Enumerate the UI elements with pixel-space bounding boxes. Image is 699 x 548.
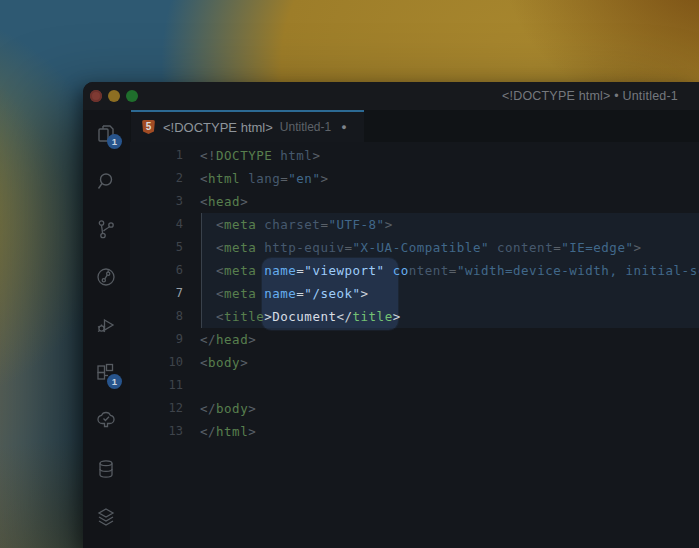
activity-bar: 1 <box>83 110 131 548</box>
code-line[interactable]: 5 <meta http-equiv="X-UA-Compatible" con… <box>130 236 699 259</box>
code-line[interactable]: 8 <title>Document</title> <box>130 305 699 328</box>
tab-label: <!DOCTYPE html> <box>163 120 273 135</box>
line-number: 5 <box>130 236 183 259</box>
code-line[interactable]: 2<html lang="en"> <box>130 167 699 190</box>
line-number: 8 <box>130 305 183 328</box>
code-line[interactable]: 6 <meta name="viewport" content="width=d… <box>130 259 699 282</box>
line-number: 11 <box>130 374 183 397</box>
tab-bar: 5 <!DOCTYPE html> Untitled-1 ● <box>130 110 699 142</box>
explorer-badge: 1 <box>107 134 122 149</box>
minimize-button[interactable] <box>108 90 120 102</box>
code-line[interactable]: 1<!DOCTYPE html> <box>130 144 699 167</box>
line-number: 6 <box>130 259 183 282</box>
code-line[interactable]: 10<body> <box>130 351 699 374</box>
line-number: 7 <box>130 282 183 305</box>
line-number: 2 <box>130 167 183 190</box>
zoom-button[interactable] <box>126 90 138 102</box>
close-button[interactable] <box>90 90 102 102</box>
todo-tree-icon[interactable] <box>94 409 118 433</box>
tab-description: Untitled-1 <box>280 120 331 134</box>
code-line[interactable]: 7 <meta name="/seok"> <box>130 282 699 305</box>
vscode-window: <!DOCTYPE html> • Untitled-1 1 <box>83 82 699 548</box>
line-number: 3 <box>130 190 183 213</box>
line-number: 10 <box>130 351 183 374</box>
tab-untitled-1[interactable]: 5 <!DOCTYPE html> Untitled-1 ● <box>131 110 364 142</box>
window-title: <!DOCTYPE html> • Untitled-1 <box>502 89 678 103</box>
code-line[interactable]: 4 <meta charset="UTF-8"> <box>130 213 699 236</box>
code-line[interactable]: 3<head> <box>130 190 699 213</box>
line-number: 12 <box>130 397 183 420</box>
code-line[interactable]: 9</head> <box>130 328 699 351</box>
code-editor[interactable]: 1<!DOCTYPE html>2<html lang="en">3<head>… <box>130 142 699 548</box>
desktop: <!DOCTYPE html> • Untitled-1 1 <box>0 0 699 548</box>
code-line[interactable]: 12</body> <box>130 397 699 420</box>
html5-icon: 5 <box>142 120 155 134</box>
database-icon[interactable] <box>94 457 118 481</box>
code-line[interactable]: 13</html> <box>130 420 699 443</box>
window-titlebar[interactable]: <!DOCTYPE html> • Untitled-1 <box>83 82 699 110</box>
extensions-badge: 1 <box>107 374 122 389</box>
line-number: 13 <box>130 420 183 443</box>
line-number: 9 <box>130 328 183 351</box>
source-control-icon[interactable] <box>94 217 118 241</box>
line-number: 4 <box>130 213 183 236</box>
layers-icon[interactable] <box>94 505 118 529</box>
git-graph-icon[interactable] <box>94 265 118 289</box>
code-lines: 1<!DOCTYPE html>2<html lang="en">3<head>… <box>130 144 699 443</box>
line-number: 1 <box>130 144 183 167</box>
search-icon[interactable] <box>94 169 118 193</box>
dirty-indicator-icon[interactable]: ● <box>341 122 346 132</box>
run-and-debug-icon[interactable] <box>94 313 118 337</box>
code-line[interactable]: 11 <box>130 374 699 397</box>
